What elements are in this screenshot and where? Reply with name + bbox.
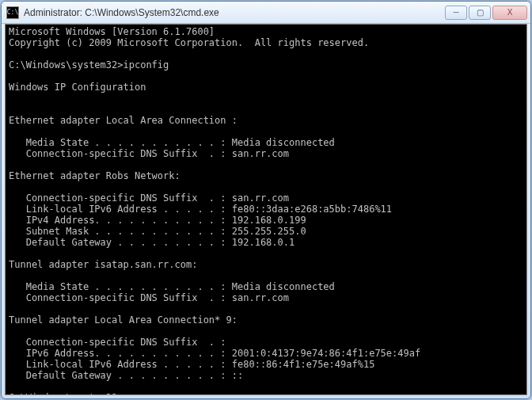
copyright-line: Copyright (c) 2009 Microsoft Corporation… — [9, 37, 369, 48]
adapter-header: Ethernet adapter Robs Network: — [9, 170, 180, 181]
media-state: Media State . . . . . . . . . . . : Medi… — [9, 281, 335, 292]
dns-suffix: Connection-specific DNS Suffix . : — [9, 337, 226, 348]
cmd-window: C:\ Administrator: C:\Windows\System32\c… — [1, 1, 531, 399]
ipv6-address: IPv6 Address. . . . . . . . . . . : 2001… — [9, 348, 420, 359]
titlebar[interactable]: C:\ Administrator: C:\Windows\System32\c… — [2, 2, 530, 24]
cmd-icon: C:\ — [6, 6, 19, 19]
prompt-path: C:\Windows\system32> — [9, 59, 124, 70]
prompt-path: C:\Windows\system32> — [9, 392, 124, 395]
close-button[interactable]: X — [492, 6, 527, 20]
dns-suffix: Connection-specific DNS Suffix . : san.r… — [9, 292, 289, 303]
dns-suffix: Connection-specific DNS Suffix . : san.r… — [9, 192, 289, 204]
link-local-ipv6: Link-local IPv6 Address . . . . . : fe80… — [9, 204, 392, 215]
link-local-ipv6: Link-local IPv6 Address . . . . . : fe80… — [9, 359, 374, 370]
default-gateway: Default Gateway . . . . . . . . . : 192.… — [9, 237, 294, 248]
window-title: Administrator: C:\Windows\System32\cmd.e… — [24, 7, 445, 18]
default-gateway: Default Gateway . . . . . . . . . : :: — [9, 370, 243, 381]
adapter-header: Ethernet adapter Local Area Connection : — [9, 115, 238, 126]
ipv4-address: IPv4 Address. . . . . . . . . . . : 192.… — [9, 215, 306, 226]
terminal-output[interactable]: Microsoft Windows [Version 6.1.7600] Cop… — [5, 24, 527, 395]
subnet-mask: Subnet Mask . . . . . . . . . . . : 255.… — [9, 226, 306, 237]
media-state: Media State . . . . . . . . . . . : Medi… — [9, 137, 335, 148]
adapter-header: Tunnel adapter isatap.san.rr.com: — [9, 259, 197, 270]
window-buttons: ─ ▢ X — [445, 6, 527, 20]
command-input: ipconfig — [124, 59, 169, 70]
version-line: Microsoft Windows [Version 6.1.7600] — [9, 26, 215, 37]
dns-suffix: Connection-specific DNS Suffix . : san.r… — [9, 148, 289, 159]
adapter-header: Tunnel adapter Local Area Connection* 9: — [9, 314, 238, 326]
maximize-button[interactable]: ▢ — [469, 6, 491, 20]
ipconfig-header: Windows IP Configuration — [9, 82, 146, 93]
minimize-button[interactable]: ─ — [445, 6, 467, 20]
